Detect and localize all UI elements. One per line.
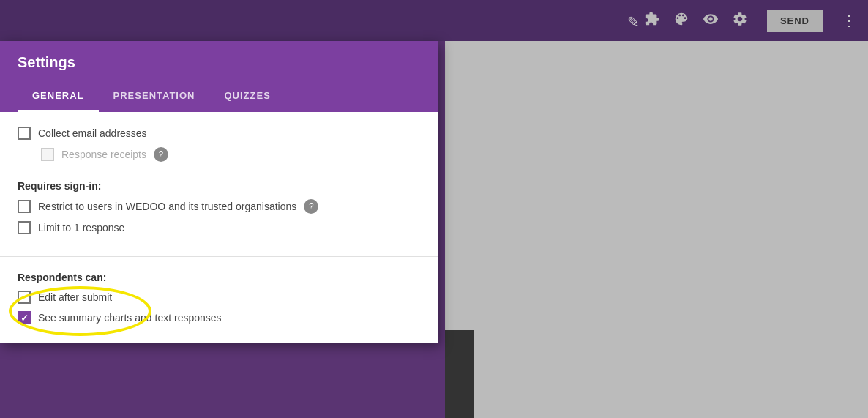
header-icon-group: ✎ SEND ⋮: [627, 10, 856, 32]
limit-response-checkbox[interactable]: [18, 221, 31, 234]
settings-modal: Settings GENERAL PRESENTATION QUIZZES Co…: [0, 41, 438, 343]
modal-tabs: GENERAL PRESENTATION QUIZZES: [18, 83, 420, 112]
response-receipts-help-icon[interactable]: ?: [154, 147, 168, 162]
palette-icon[interactable]: [673, 11, 689, 31]
dark-block: [445, 330, 474, 418]
tab-quizzes[interactable]: QUIZZES: [209, 83, 285, 112]
response-receipts-checkbox[interactable]: [41, 148, 54, 161]
settings-icon[interactable]: [732, 11, 748, 31]
limit-response-row: Limit to 1 response: [18, 221, 420, 234]
restrict-users-label: Restrict to users in WEDOO and its trust…: [38, 201, 296, 212]
restrict-users-checkbox[interactable]: [18, 200, 31, 213]
edit-after-submit-label: Edit after submit: [38, 291, 112, 303]
respondents-section: Respondents can: Edit after submit See s…: [0, 256, 438, 343]
modal-header: Settings GENERAL PRESENTATION QUIZZES: [0, 41, 438, 112]
tab-general[interactable]: GENERAL: [18, 83, 99, 112]
main-area: points: Settings GENERAL PRESENTATION QU…: [0, 41, 868, 418]
requires-signin-heading: Requires sign-in:: [18, 180, 420, 192]
response-receipts-label: Response receipts: [61, 149, 146, 160]
send-button[interactable]: SEND: [767, 10, 823, 32]
more-icon[interactable]: ⋮: [842, 12, 856, 29]
see-summary-label: See summary charts and text responses: [38, 312, 222, 324]
eye-icon[interactable]: [703, 11, 719, 31]
restrict-users-help-icon[interactable]: ?: [304, 199, 318, 214]
edit-after-submit-checkbox[interactable]: [18, 291, 31, 304]
tab-presentation[interactable]: PRESENTATION: [99, 83, 210, 112]
puzzle-icon[interactable]: ✎: [627, 11, 660, 31]
see-summary-checkbox[interactable]: [18, 311, 31, 324]
right-panel: points:: [445, 41, 868, 418]
limit-response-label: Limit to 1 response: [38, 222, 124, 234]
divider-1: [18, 171, 420, 171]
response-receipts-row: Response receipts ?: [41, 147, 420, 162]
collect-email-label: Collect email addresses: [38, 127, 147, 139]
header: ✎ SEND ⋮: [0, 0, 868, 41]
collect-email-row: Collect email addresses: [18, 127, 420, 140]
respondents-heading: Respondents can:: [18, 272, 420, 283]
restrict-users-row: Restrict to users in WEDOO and its trust…: [18, 199, 420, 214]
modal-title: Settings: [18, 54, 420, 71]
see-summary-row: See summary charts and text responses: [18, 311, 420, 324]
modal-body: Collect email addresses Response receipt…: [0, 112, 438, 256]
collect-email-checkbox[interactable]: [18, 127, 31, 140]
edit-after-submit-row: Edit after submit: [18, 291, 420, 304]
